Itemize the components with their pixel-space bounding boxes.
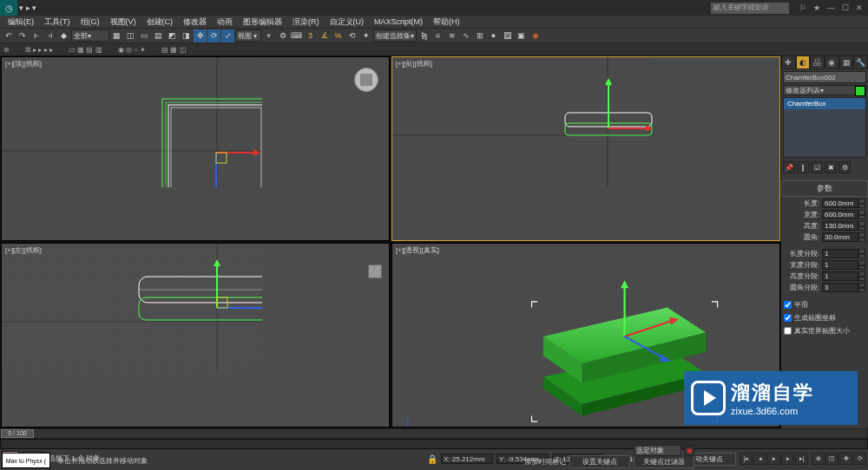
- vpnav2-icon[interactable]: ◫: [825, 453, 838, 465]
- width-spin[interactable]: [858, 210, 865, 219]
- select-window-icon[interactable]: ◫: [124, 29, 137, 42]
- menu-custom[interactable]: 自定义(U): [326, 16, 369, 29]
- object-name-field[interactable]: ChamferBox002: [783, 71, 866, 83]
- menu-modify[interactable]: 修改器: [179, 16, 211, 29]
- height-input[interactable]: 130.0mm: [822, 221, 858, 231]
- align-icon[interactable]: ≡: [431, 29, 444, 42]
- lseg-input[interactable]: 1: [822, 249, 858, 258]
- star-icon[interactable]: ★: [813, 3, 820, 12]
- tab-poly[interactable]: ⊞ ▸ ▸ ▸ ▸: [25, 46, 53, 54]
- render-icon[interactable]: ◉: [529, 29, 542, 42]
- pin-stack-icon[interactable]: 📌: [783, 161, 795, 173]
- modstack-item[interactable]: ChamferBox: [784, 98, 865, 109]
- safe-frame-toggle[interactable]: [368, 264, 382, 278]
- render-setup-icon[interactable]: 🖼: [501, 29, 514, 42]
- menu-view[interactable]: 视图(V): [106, 16, 141, 29]
- hseg-spin[interactable]: [858, 271, 865, 281]
- undo-icon[interactable]: ↶: [2, 29, 15, 42]
- selectname-icon[interactable]: ▤: [152, 29, 165, 42]
- angle-snap-icon[interactable]: ∡: [318, 29, 331, 42]
- bind-icon[interactable]: ◆: [57, 29, 70, 42]
- fillet-spin[interactable]: [858, 232, 865, 242]
- tab-create[interactable]: ✚: [781, 55, 796, 69]
- menu-geditor[interactable]: 图形编辑器: [239, 16, 286, 29]
- lock-icon[interactable]: 🔒: [427, 454, 437, 464]
- wseg-spin[interactable]: [858, 260, 865, 270]
- filter-dropdown[interactable]: 全部 ▾: [71, 29, 109, 42]
- coord-x[interactable]: X: 25.212mm: [441, 454, 493, 464]
- tab-display[interactable]: ▦: [839, 55, 854, 69]
- manip-icon[interactable]: ⚙: [276, 29, 289, 42]
- viewport-left[interactable]: [+][左][线框]: [1, 243, 390, 428]
- menu-edit[interactable]: 编辑(E): [3, 16, 38, 29]
- close-icon[interactable]: ✕: [856, 3, 863, 12]
- viewport-front[interactable]: [+][前][线框]: [391, 56, 780, 241]
- max-icon[interactable]: ☐: [842, 3, 849, 12]
- vpnav4-icon[interactable]: ⟳: [853, 453, 866, 465]
- realworld-checkbox[interactable]: [784, 327, 792, 335]
- unique-icon[interactable]: ☑: [811, 161, 823, 173]
- height-spin[interactable]: [858, 221, 865, 231]
- goto-end-icon[interactable]: ▸|: [795, 453, 808, 465]
- spinner-snap-icon[interactable]: ⟲: [345, 29, 358, 42]
- vpnav3-icon[interactable]: ✥: [839, 453, 852, 465]
- scale-icon[interactable]: ⤢: [221, 29, 234, 42]
- fseg-spin[interactable]: [858, 283, 865, 292]
- menu-tools[interactable]: 工具(T): [40, 16, 75, 29]
- redo-icon[interactable]: ↷: [16, 29, 29, 42]
- tab-modify[interactable]: ◐: [796, 55, 811, 69]
- modifier-stack[interactable]: ChamferBox: [783, 97, 866, 158]
- goto-start-icon[interactable]: |◂: [740, 453, 753, 465]
- connect-icon[interactable]: ⚐: [799, 3, 806, 12]
- menu-create[interactable]: 创建(C): [142, 16, 178, 29]
- centerpivot-icon[interactable]: ⌖: [262, 29, 275, 42]
- mateditor-icon[interactable]: ●: [487, 29, 500, 42]
- tab-group3[interactable]: ▤ ▦ ◫: [161, 46, 186, 54]
- rfw-icon[interactable]: ▣: [515, 29, 528, 42]
- quick-access[interactable]: ▾ ▸ ▾: [19, 3, 36, 12]
- maxscript-listener-label[interactable]: Max to Physx (: [2, 453, 50, 468]
- vpnav1-icon[interactable]: ⊕: [812, 453, 825, 465]
- tab-hierarchy[interactable]: 品: [810, 55, 825, 69]
- rollout-params[interactable]: 参数: [781, 180, 868, 197]
- menu-group[interactable]: 组(G): [76, 16, 104, 29]
- genmap-checkbox[interactable]: [784, 314, 792, 322]
- time-slider[interactable]: 0 / 100: [0, 428, 868, 439]
- tab-utilities[interactable]: 🔧: [853, 55, 868, 69]
- tab-motion[interactable]: ◉: [825, 55, 839, 69]
- viewport-top[interactable]: [+][顶][线框]: [1, 56, 390, 241]
- min-icon[interactable]: —: [827, 3, 835, 12]
- width-input[interactable]: 600.0mm: [822, 210, 858, 219]
- setkey-button[interactable]: 设置关键点: [569, 455, 630, 468]
- smooth-checkbox[interactable]: [784, 301, 792, 309]
- modifier-list-dropdown[interactable]: 修改器列表 ▾: [783, 85, 866, 95]
- help-search-input[interactable]: 输入关键字或短语: [711, 3, 789, 14]
- menu-help[interactable]: 帮助(H): [429, 16, 464, 29]
- fseg-input[interactable]: 3: [822, 283, 858, 292]
- keymode-icon[interactable]: ⌨: [290, 29, 303, 42]
- track-bar[interactable]: [0, 439, 868, 449]
- keymode-dropdown[interactable]: 选定对象: [634, 445, 681, 456]
- addtime-label[interactable]: 添加时间标记: [524, 457, 566, 467]
- refsys-dropdown[interactable]: 视图 ▾: [235, 29, 261, 42]
- layers-icon[interactable]: ≋: [445, 29, 458, 42]
- show-end-icon[interactable]: ∥: [797, 161, 809, 173]
- viewcube[interactable]: [354, 68, 378, 92]
- key-button[interactable]: ◉: [684, 446, 694, 456]
- schematic-icon[interactable]: ⊞: [473, 29, 486, 42]
- keyfilter-button[interactable]: 关键点过滤器: [634, 455, 694, 468]
- menu-maxscript[interactable]: MAXScript(M): [370, 16, 427, 27]
- prev-frame-icon[interactable]: ◂: [753, 453, 766, 465]
- curve-icon[interactable]: ∿: [459, 29, 472, 42]
- select-crossing-icon[interactable]: ▦: [110, 29, 123, 42]
- hseg-input[interactable]: 1: [822, 271, 858, 281]
- selset-dropdown[interactable]: 创建选择集 ▾: [373, 29, 417, 42]
- tab-group2[interactable]: ◉ ◎ ○ ✦: [118, 46, 147, 54]
- eselset-icon[interactable]: ✦: [359, 29, 372, 42]
- time-slider-handle[interactable]: 0 / 100: [1, 429, 34, 438]
- next-frame-icon[interactable]: ▸: [781, 453, 794, 465]
- move-icon[interactable]: ✥: [194, 29, 207, 42]
- lseg-spin[interactable]: [858, 249, 865, 258]
- select-icon[interactable]: ▭: [138, 29, 151, 42]
- menu-render[interactable]: 渲染(R): [288, 16, 324, 29]
